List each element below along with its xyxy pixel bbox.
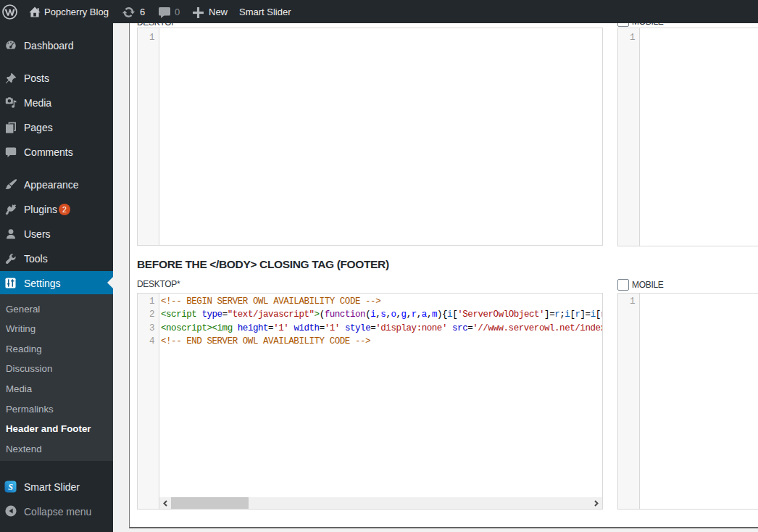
- svg-text:S: S: [8, 482, 13, 492]
